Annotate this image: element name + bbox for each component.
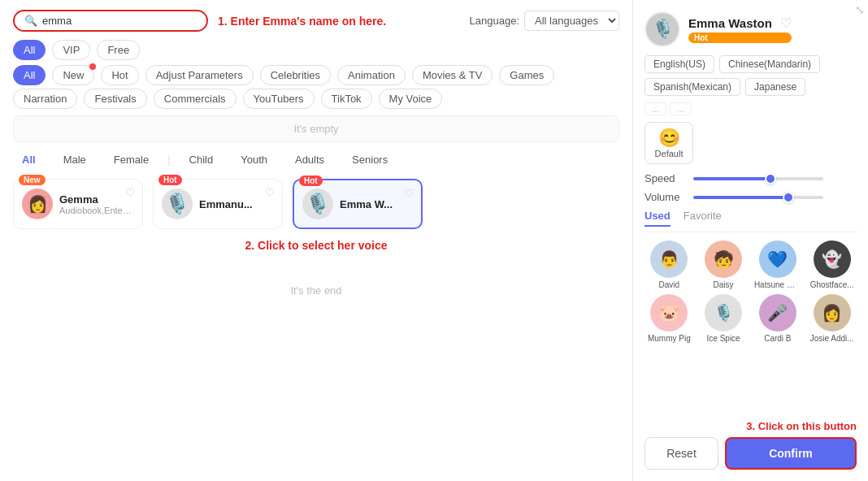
voice-card-gemma[interactable]: New 👩 Gemma Audiobook,Entert... ♡ [13,179,143,229]
used-voice-icespice[interactable]: 🎙️ Ice Spice [699,294,749,343]
search-row: 🔍 1. Enter Emma's name on here. Language… [13,10,619,32]
reset-button[interactable]: Reset [644,437,718,470]
card-info-gemma: Gemma Audiobook,Entert... [59,193,134,215]
age-btn-seniors[interactable]: Seniors [343,150,397,169]
name-cardib: Cardi B [754,334,801,343]
tab-free[interactable]: Free [97,40,140,60]
tab-youtubers[interactable]: YouTubers [243,89,315,109]
default-label: Default [655,149,684,158]
rp-heart-icon[interactable]: ♡ [780,15,792,31]
rp-name-header: Emma Waston ♡ [688,15,792,31]
language-selector: Language: All languages English Chinese … [470,11,619,31]
compress-icon[interactable]: ⤡ [855,3,865,16]
card-name-emmaw: Emma W... [340,198,413,210]
default-btn[interactable]: 😊 Default [644,122,693,164]
used-voice-mummypig[interactable]: 🐷 Mummy Pig [644,294,694,343]
tab-myvoice[interactable]: My Voice [379,89,443,109]
tab-narration[interactable]: Narration [13,89,77,109]
badge-new: New [19,175,46,185]
speed-slider[interactable] [693,177,823,180]
lang-tag-english[interactable]: English(US) [644,55,714,73]
voice-card-emmaw[interactable]: Hot 🎙️ Emma W... ♡ [293,179,423,229]
avatar-david: 👨 [650,240,688,278]
avatar-emmanu: 🎙️ [162,188,193,219]
name-josie: Josie Addi... [809,334,856,343]
filter-empty-section: It's empty [13,115,619,142]
age-btn-adults[interactable]: Adults [286,150,333,169]
badge-hot-emmanu: Hot [158,175,182,185]
age-btn-youth[interactable]: Youth [232,150,276,169]
search-input[interactable] [42,15,172,27]
instruction-1: 1. Enter Emma's name on here. [218,15,386,28]
heart-icon-gemma[interactable]: ♡ [125,186,136,199]
end-text: It's the end [13,284,619,297]
tab-new[interactable]: New [52,65,94,85]
age-btn-all[interactable]: All [13,150,45,169]
badge-hot-emmaw: Hot [299,176,323,186]
tab-vip[interactable]: VIP [52,40,90,60]
used-voices-grid: 👨 David 🧒 Daisy 💙 Hatsune Mi... 👻 Ghostf… [644,240,857,343]
card-name-emmanu: Emmanu... [199,198,274,210]
volume-slider[interactable] [693,196,823,199]
card-info-emmanu: Emmanu... [199,198,274,210]
tab-movies[interactable]: Movies & TV [412,65,493,85]
tab-tiktok[interactable]: TikTok [321,89,372,109]
category-row-1: All New Hot Adjust Parameters Celebritie… [13,65,619,85]
speed-slider-row: Speed [644,172,857,184]
vip-free-row: All VIP Free [13,40,619,60]
lang-tag-spanish[interactable]: Spanish(Mexican) [644,78,740,96]
age-btn-child[interactable]: Child [180,150,223,169]
avatar-hatsune: 💙 [759,240,796,278]
card-sub-gemma: Audiobook,Entert... [59,206,134,215]
name-mummypig: Mummy Pig [645,334,692,343]
age-separator-1: | [167,154,170,166]
bottom-buttons: Reset Confirm [644,437,857,470]
used-voice-josie[interactable]: 👩 Josie Addi... [807,294,857,343]
name-icespice: Ice Spice [700,334,747,343]
heart-icon-emmanu[interactable]: ♡ [265,186,276,199]
lang-tag-japanese[interactable]: Japanese [745,78,805,96]
tab-hot[interactable]: Hot [101,65,138,85]
card-info-emmaw: Emma W... [340,198,413,210]
tab-animation[interactable]: Animation [337,65,406,85]
avatar-emmaw: 🎙️ [302,188,333,219]
tab-games[interactable]: Games [499,65,554,85]
tab-celebrities[interactable]: Celebrities [260,65,331,85]
more-lang-hint-2: ... [670,102,692,115]
tab-adjust[interactable]: Adjust Parameters [145,65,254,85]
age-btn-male[interactable]: Male [54,150,95,169]
rp-header: 🎙️ Emma Waston ♡ Hot [644,11,857,47]
tab-commercials[interactable]: Commercials [154,89,237,109]
rp-avatar: 🎙️ [644,11,680,47]
tab-all-tier[interactable]: All [13,40,46,60]
voice-cards-container: New 👩 Gemma Audiobook,Entert... ♡ Hot 🎙️… [13,179,619,229]
confirm-button[interactable]: Confirm [725,437,857,470]
heart-icon-emmaw[interactable]: ♡ [404,187,414,200]
avatar-daisy: 🧒 [705,240,742,278]
volume-slider-row: Volume [644,191,857,203]
age-btn-female[interactable]: Female [105,150,158,169]
tab-all-cat[interactable]: All [13,65,46,85]
lang-tag-chinese[interactable]: Chinese(Mandarin) [719,55,820,73]
used-fav-tabs: Used Favorite [644,210,857,232]
name-david: David [645,280,692,289]
voice-card-emmanu[interactable]: Hot 🎙️ Emmanu... ♡ [153,179,283,229]
main-panel: 🔍 1. Enter Emma's name on here. Language… [0,0,632,481]
tab-used[interactable]: Used [644,210,671,227]
avatar-icespice: 🎙️ [705,294,742,332]
used-voice-daisy[interactable]: 🧒 Daisy [699,240,749,289]
instruction-3: 3. Click on this button [746,420,857,432]
more-lang-hint-1: ... [644,102,666,115]
lang-tags: English(US) Chinese(Mandarin) Spanish(Me… [644,55,857,96]
tab-favorite[interactable]: Favorite [684,210,722,227]
card-name-gemma: Gemma [59,193,134,206]
used-voice-david[interactable]: 👨 David [644,240,694,289]
language-select[interactable]: All languages English Chinese Spanish Ja… [524,11,619,31]
tab-festivals[interactable]: Festivals [84,89,146,109]
used-voice-ghostface[interactable]: 👻 Ghostface... [807,240,857,289]
used-voice-hatsune[interactable]: 💙 Hatsune Mi... [753,240,803,289]
rp-voice-name: Emma Waston [688,16,772,30]
used-voice-cardib[interactable]: 🎤 Cardi B [753,294,803,343]
avatar-cardib: 🎤 [759,294,796,332]
rp-hot-badge: Hot [688,32,792,43]
